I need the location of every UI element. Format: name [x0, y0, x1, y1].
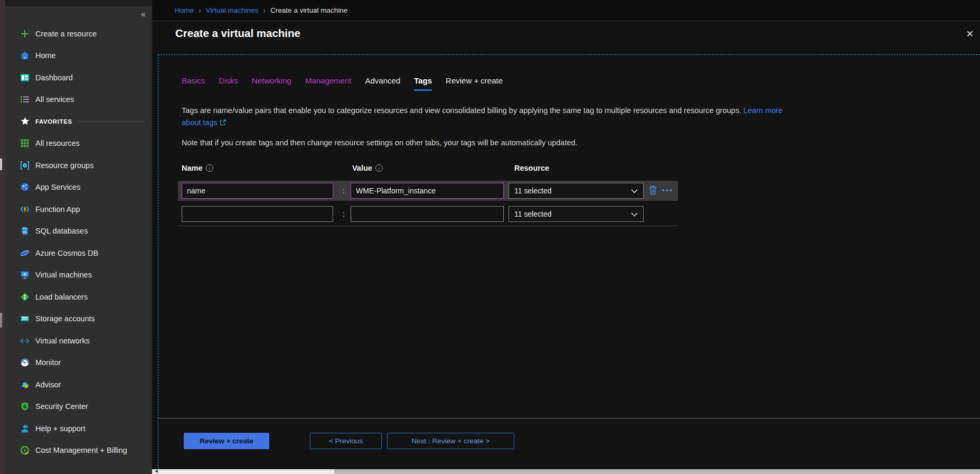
table-bottom-divider: [178, 226, 678, 226]
sidebar-item-storage-accounts[interactable]: Storage accounts: [5, 308, 152, 330]
sidebar-item-label: Advisor: [35, 380, 61, 389]
sidebar-item-label: Create a resource: [35, 30, 97, 38]
close-icon[interactable]: ✕: [963, 27, 977, 41]
sidebar-item-label: Azure Cosmos DB: [35, 249, 98, 257]
breadcrumb-home[interactable]: Home: [175, 6, 194, 14]
balancer-icon: [20, 292, 30, 302]
tag-separator: :: [341, 206, 347, 222]
tag-name-input[interactable]: [182, 183, 333, 199]
plus-icon: [20, 29, 30, 39]
title-bar: Create a virtual machine ✕: [152, 21, 980, 54]
sidebar-item-resource-groups[interactable]: Resource groups: [5, 154, 152, 176]
sidebar-nav: Create a resource Home Dashboard All ser…: [5, 6, 152, 461]
scroll-left-arrow-icon[interactable]: [155, 470, 158, 473]
sidebar-item-function-app[interactable]: Function App: [5, 198, 152, 220]
monitor-icon: [20, 269, 30, 280]
sidebar-item-advisor[interactable]: Advisor: [5, 374, 152, 396]
tab-tags[interactable]: Tags: [414, 76, 432, 91]
sidebar-top-strip: [5, 0, 152, 6]
sidebar-item-virtual-networks[interactable]: Virtual networks: [5, 330, 152, 352]
lightning-icon: [20, 204, 30, 215]
column-header-value-label: Value: [352, 164, 372, 172]
sidebar-collapse-button[interactable]: «: [139, 8, 148, 20]
tag-value-input-empty[interactable]: [351, 206, 504, 222]
sidebar-item-home[interactable]: Home: [5, 45, 152, 67]
svg-text:SQL: SQL: [22, 231, 27, 234]
sidebar-item-cost-management-billing[interactable]: $ Cost Management + Billing: [5, 440, 152, 462]
tab-review-create[interactable]: Review + create: [446, 76, 503, 91]
info-icon[interactable]: i: [375, 164, 383, 172]
sidebar-item-help-support[interactable]: Help + support: [5, 417, 152, 440]
sidebar-item-label: All resources: [35, 139, 80, 147]
sidebar-item-label: Function App: [35, 205, 80, 213]
network-icon: [20, 336, 30, 346]
info-icon[interactable]: i: [206, 164, 213, 172]
sidebar-item-monitor[interactable]: Monitor: [5, 352, 152, 374]
billing-icon: $: [20, 445, 30, 456]
sidebar-item-dashboard[interactable]: Dashboard: [5, 67, 152, 89]
chevron-down-icon: [631, 187, 638, 195]
sidebar-item-label: Resource groups: [35, 161, 93, 170]
svg-text:$: $: [24, 448, 26, 453]
tag-separator: :: [341, 183, 347, 199]
sidebar-item-create-a-resource[interactable]: Create a resource: [5, 23, 152, 45]
planet-icon: [20, 248, 30, 258]
sidebar-item-label: Storage accounts: [35, 314, 95, 323]
next-button[interactable]: Next : Review + create >: [387, 433, 514, 449]
breadcrumb-separator: ›: [199, 6, 201, 15]
list-icon: [20, 94, 30, 105]
sidebar-section-label: FAVORITES: [35, 118, 72, 125]
wizard-tabs: Basics Disks Networking Management Advan…: [182, 76, 503, 91]
globe-icon: [20, 182, 30, 192]
sidebar-item-app-services[interactable]: App Services: [5, 176, 152, 199]
sidebar-item-label: Cost Management + Billing: [35, 446, 127, 454]
star-icon: [20, 116, 30, 127]
tag-name-input-empty[interactable]: [182, 206, 333, 222]
sidebar-item-label: Monitor: [35, 358, 61, 367]
cube-icon: [20, 160, 30, 171]
sidebar-item-label: All services: [35, 95, 74, 104]
tab-advanced[interactable]: Advanced: [365, 76, 400, 91]
sidebar-item-security-center[interactable]: Security Center: [5, 396, 152, 418]
sidebar-item-label: Security Center: [35, 402, 88, 411]
sidebar-item-label: Virtual machines: [35, 271, 92, 279]
gauge-icon: [20, 357, 30, 368]
breadcrumb-virtual-machines[interactable]: Virtual machines: [206, 6, 259, 14]
previous-button[interactable]: < Previous: [310, 433, 382, 449]
sidebar: « Create a resource Home Dashboard All s…: [5, 6, 152, 474]
sidebar-item-all-services[interactable]: All services: [5, 89, 152, 111]
tab-networking[interactable]: Networking: [252, 76, 291, 91]
column-header-name-label: Name: [182, 164, 203, 172]
sidebar-item-label: Virtual networks: [35, 337, 90, 345]
column-header-value: Value i: [352, 164, 383, 172]
review-create-button[interactable]: Review + create: [184, 433, 269, 449]
support-icon: [20, 423, 30, 434]
sidebar-item-label: Home: [35, 51, 56, 60]
tags-description: Tags are name/value pairs that enable yo…: [182, 105, 786, 129]
dropdown-selected-value: 11 selected: [514, 210, 552, 218]
sidebar-item-label: App Services: [35, 183, 80, 191]
tag-resource-dropdown[interactable]: 11 selected: [508, 183, 644, 199]
home-icon: [20, 50, 30, 61]
database-icon: SQL: [20, 226, 30, 236]
tags-note: Note that if you create tags and then ch…: [182, 138, 815, 147]
scrollbar-thumb[interactable]: [334, 469, 980, 474]
column-header-name: Name i: [182, 164, 213, 172]
trash-icon[interactable]: [649, 185, 657, 197]
footer-divider: [158, 418, 980, 419]
tab-disks[interactable]: Disks: [219, 76, 238, 91]
tab-management[interactable]: Management: [305, 76, 352, 91]
tag-resource-dropdown[interactable]: 11 selected: [508, 206, 644, 222]
sidebar-item-azure-cosmos-db[interactable]: Azure Cosmos DB: [5, 242, 152, 264]
horizontal-scrollbar[interactable]: [152, 469, 980, 474]
sidebar-item-sql-databases[interactable]: SQL SQL databases: [5, 220, 152, 243]
tab-basics[interactable]: Basics: [182, 76, 205, 91]
window-edge-highlight: [0, 313, 2, 328]
section-divider: [78, 121, 145, 122]
sidebar-item-load-balancers[interactable]: Load balancers: [5, 286, 152, 308]
sidebar-item-all-resources[interactable]: All resources: [5, 133, 152, 155]
sidebar-item-virtual-machines[interactable]: Virtual machines: [5, 264, 152, 286]
more-options-icon[interactable]: •••: [662, 183, 673, 199]
dropdown-selected-value: 11 selected: [514, 187, 552, 195]
tag-value-input[interactable]: [351, 183, 504, 199]
